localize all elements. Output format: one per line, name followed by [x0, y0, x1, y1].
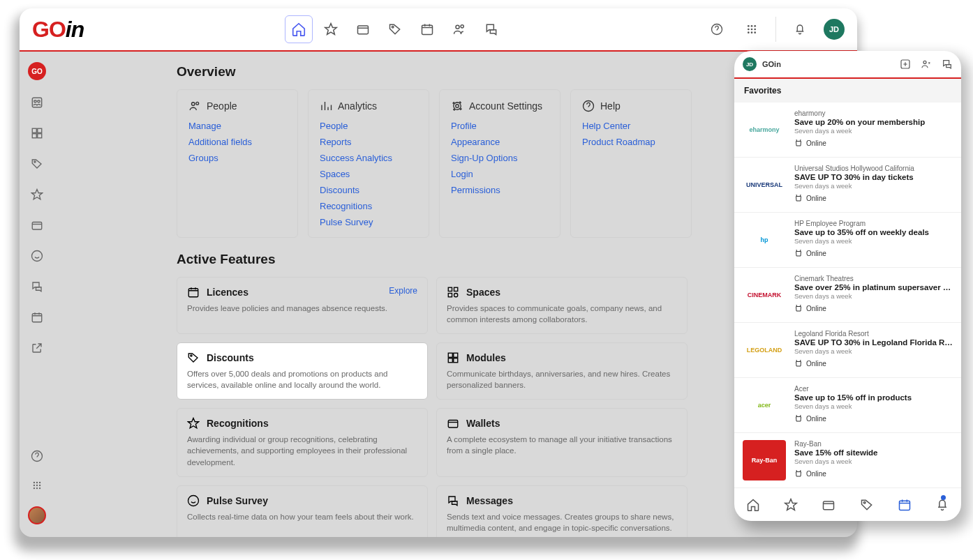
rail-help-icon[interactable] [29, 448, 45, 464]
svg-rect-46 [448, 353, 452, 357]
link-product-roadmap[interactable]: Product Roadmap [582, 137, 680, 147]
svg-rect-0 [357, 26, 368, 34]
rail-logo[interactable]: GO [28, 62, 46, 80]
favorite-item[interactable]: Ray-BanRay-BanSave 15% off sitewideSeven… [734, 433, 961, 487]
desktop-window: GOin JD GO [20, 8, 857, 537]
favorite-item[interactable]: acerAcerSave up to 15% off in productsSe… [734, 378, 961, 433]
rail-user-avatar[interactable] [28, 506, 46, 524]
svg-point-33 [34, 487, 35, 489]
rail-grid-icon[interactable] [29, 125, 45, 142]
rail-chat-icon[interactable] [29, 278, 45, 295]
nav-tag[interactable] [381, 15, 409, 43]
mobile-avatar[interactable]: JD [743, 57, 757, 71]
favorite-item[interactable]: hpHP Employee ProgramSave up to 35% off … [734, 213, 961, 268]
link-sign-up-options[interactable]: Sign-Up Options [451, 153, 549, 163]
link-success-analytics[interactable]: Success Analytics [320, 153, 417, 163]
svg-point-17 [38, 100, 40, 103]
svg-point-24 [32, 251, 43, 262]
svg-point-53 [923, 61, 926, 63]
link-manage[interactable]: Manage [188, 121, 286, 131]
nav-calendar[interactable] [413, 15, 441, 43]
nav-people[interactable] [445, 15, 473, 43]
overview-card-account-settings: Account SettingsProfileAppearanceSign-Up… [439, 89, 560, 238]
svg-point-3 [456, 25, 459, 29]
svg-rect-41 [448, 287, 452, 291]
svg-rect-43 [448, 294, 452, 297]
rail-external-icon[interactable] [29, 340, 45, 356]
mnav-tag[interactable] [860, 498, 874, 512]
nav-home[interactable] [285, 15, 313, 43]
feature-card-recognitions[interactable]: RecognitionsAwarding individual or group… [177, 408, 428, 476]
feature-card-discounts[interactable]: DiscountsOffers over 5,000 deals and pro… [177, 342, 428, 400]
svg-point-36 [192, 103, 195, 106]
link-profile[interactable]: Profile [451, 121, 549, 131]
svg-rect-56 [899, 501, 909, 510]
mnav-calendar[interactable] [898, 498, 912, 512]
rail-people-icon[interactable] [29, 94, 45, 111]
help-icon[interactable] [706, 18, 728, 40]
mobile-add-icon[interactable] [900, 59, 911, 70]
svg-point-37 [196, 102, 199, 105]
svg-rect-40 [188, 289, 198, 297]
apps-icon[interactable] [741, 18, 763, 40]
rail-smile-icon[interactable] [29, 248, 45, 264]
feature-card-pulse-survey[interactable]: Pulse SurveyCollects real-time data on h… [177, 485, 428, 537]
svg-point-14 [754, 31, 756, 33]
link-permissions[interactable]: Permissions [451, 185, 549, 195]
favorite-item[interactable]: CINEMARKCinemark TheatresSave over 25% i… [734, 268, 961, 323]
top-nav [285, 15, 505, 43]
top-right: JD [706, 17, 845, 42]
rail-apps-icon[interactable] [29, 477, 45, 494]
svg-rect-48 [448, 358, 452, 363]
brand-logo: hp [743, 220, 786, 260]
link-discounts[interactable]: Discounts [320, 185, 417, 195]
link-recognitions[interactable]: Recognitions [320, 201, 417, 211]
explore-link[interactable]: Explore [389, 286, 417, 296]
brand-logo: LEGOLAND [743, 330, 786, 370]
svg-point-4 [461, 25, 463, 28]
svg-rect-20 [32, 134, 36, 138]
favorite-item[interactable]: UNIVERSALUniversal Studios Hollywood Cal… [734, 158, 961, 213]
rail-wallet-icon[interactable] [29, 217, 45, 234]
mobile-messages-icon[interactable] [942, 59, 953, 70]
user-avatar[interactable]: JD [824, 19, 845, 40]
svg-rect-54 [824, 501, 834, 510]
svg-point-7 [751, 25, 753, 27]
brand-logo: UNIVERSAL [743, 165, 786, 205]
favorite-item[interactable]: LEGOLANDLegoland Florida ResortSAVE UP T… [734, 323, 961, 378]
link-people[interactable]: People [320, 121, 417, 131]
svg-point-11 [754, 29, 756, 31]
rail-star-icon[interactable] [29, 186, 45, 203]
svg-rect-21 [38, 134, 42, 138]
svg-point-51 [188, 495, 199, 506]
mnav-star[interactable] [784, 498, 798, 512]
svg-point-29 [39, 482, 40, 483]
nav-star[interactable] [317, 15, 345, 43]
svg-point-8 [754, 25, 756, 27]
feature-card-licences[interactable]: ExploreLicencesProvides leave policies a… [177, 277, 428, 334]
mnav-home[interactable] [746, 498, 760, 512]
rail-tag-icon[interactable] [29, 156, 45, 172]
feature-card-modules[interactable]: ModulesCommunicate birthdays, anniversar… [436, 342, 688, 400]
link-login[interactable]: Login [451, 169, 549, 179]
feature-card-wallets[interactable]: WalletsA complete ecosystem to manage al… [436, 408, 688, 476]
feature-card-messages[interactable]: MessagesSends text and voice messages. C… [436, 485, 688, 537]
nav-wallet[interactable] [349, 15, 377, 43]
link-additional-fields[interactable]: Additional fields [188, 137, 286, 147]
link-pulse-survey[interactable]: Pulse Survey [320, 217, 417, 227]
mobile-topbar: JD GOin [734, 51, 961, 79]
bell-icon[interactable] [789, 18, 811, 40]
link-reports[interactable]: Reports [320, 137, 417, 147]
link-spaces[interactable]: Spaces [320, 169, 417, 179]
rail-calendar-icon[interactable] [29, 309, 45, 326]
favorite-item[interactable]: eharmonyeharmonySave up 20% on your memb… [734, 103, 961, 158]
link-help-center[interactable]: Help Center [582, 121, 680, 131]
mnav-wallet[interactable] [822, 498, 835, 512]
feature-card-spaces[interactable]: SpacesProvides spaces to communicate goa… [436, 277, 688, 334]
link-appearance[interactable]: Appearance [451, 137, 549, 147]
svg-rect-19 [38, 128, 42, 133]
nav-messages[interactable] [477, 15, 505, 43]
link-groups[interactable]: Groups [188, 153, 286, 163]
mobile-people-icon[interactable] [921, 59, 932, 70]
svg-point-9 [748, 29, 750, 31]
